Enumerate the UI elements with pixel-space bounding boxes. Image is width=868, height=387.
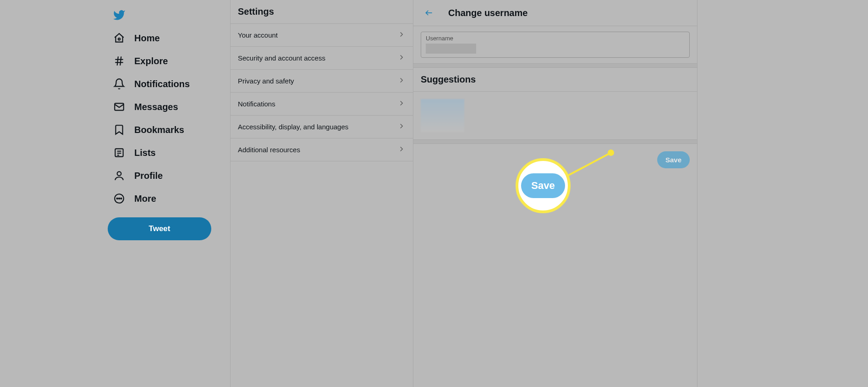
suggestion-redacted — [421, 99, 464, 132]
username-field[interactable]: Username — [421, 32, 690, 58]
nav-label: Lists — [134, 148, 156, 158]
nav-label: More — [134, 194, 156, 204]
bell-icon — [113, 78, 125, 90]
nav-label: Bookmarks — [134, 125, 184, 135]
svg-point-12 — [117, 198, 118, 199]
settings-title: Settings — [231, 0, 413, 24]
nav-label: Profile — [134, 171, 163, 181]
svg-point-14 — [121, 198, 121, 199]
settings-item-additional[interactable]: Additional resources — [231, 138, 413, 161]
settings-item-label: Security and account access — [238, 54, 325, 62]
nav-item-lists[interactable]: Lists — [108, 141, 230, 164]
home-icon — [113, 32, 125, 44]
settings-item-label: Notifications — [238, 100, 275, 108]
chevron-right-icon — [397, 76, 406, 86]
hashtag-icon — [113, 55, 125, 67]
svg-point-0 — [118, 38, 120, 40]
nav-item-explore[interactable]: Explore — [108, 50, 230, 72]
nav-label: Home — [134, 33, 160, 44]
detail-column: Change username Username Suggestions Sav… — [413, 0, 698, 387]
settings-item-label: Accessibility, display, and languages — [238, 123, 348, 131]
section-divider — [413, 139, 697, 144]
back-button[interactable] — [421, 5, 437, 21]
settings-item-security[interactable]: Security and account access — [231, 47, 413, 70]
user-icon — [113, 170, 125, 182]
settings-column: Settings Your account Security and accou… — [230, 0, 413, 387]
nav-label: Messages — [134, 102, 178, 112]
primary-nav: Home Explore Notifications Messages Book — [104, 0, 230, 387]
svg-line-4 — [120, 56, 121, 66]
settings-item-notifications[interactable]: Notifications — [231, 93, 413, 116]
suggestions-title: Suggestions — [413, 68, 697, 92]
chevron-right-icon — [397, 99, 406, 109]
bookmark-icon — [113, 124, 125, 136]
settings-item-your-account[interactable]: Your account — [231, 24, 413, 47]
twitter-logo[interactable] — [108, 4, 131, 27]
suggestions-body — [413, 92, 697, 139]
tweet-button[interactable]: Tweet — [108, 217, 211, 240]
detail-header: Change username — [413, 0, 697, 26]
nav-label: Notifications — [134, 79, 190, 89]
username-label: Username — [426, 35, 685, 42]
chevron-right-icon — [397, 30, 406, 40]
nav-item-bookmarks[interactable]: Bookmarks — [108, 118, 230, 141]
list-icon — [113, 147, 125, 159]
detail-title: Change username — [448, 8, 527, 18]
chevron-right-icon — [397, 145, 406, 155]
settings-item-label: Your account — [238, 31, 278, 39]
save-row: Save — [413, 144, 697, 176]
nav-item-notifications[interactable]: Notifications — [108, 72, 230, 95]
chevron-right-icon — [397, 122, 406, 132]
mail-icon — [113, 101, 125, 113]
settings-item-label: Privacy and safety — [238, 77, 294, 85]
settings-item-privacy[interactable]: Privacy and safety — [231, 70, 413, 93]
settings-item-accessibility[interactable]: Accessibility, display, and languages — [231, 116, 413, 138]
svg-point-10 — [117, 171, 121, 176]
nav-label: Explore — [134, 56, 168, 66]
nav-item-messages[interactable]: Messages — [108, 95, 230, 118]
nav-item-profile[interactable]: Profile — [108, 164, 230, 187]
nav-item-home[interactable]: Home — [108, 27, 230, 50]
nav-item-more[interactable]: More — [108, 187, 230, 210]
more-icon — [113, 193, 125, 205]
save-button[interactable]: Save — [657, 151, 690, 168]
chevron-right-icon — [397, 53, 406, 63]
svg-point-13 — [119, 198, 120, 199]
username-value-redacted — [426, 44, 476, 54]
settings-item-label: Additional resources — [238, 146, 300, 154]
section-divider — [413, 63, 697, 68]
svg-line-3 — [117, 56, 118, 66]
